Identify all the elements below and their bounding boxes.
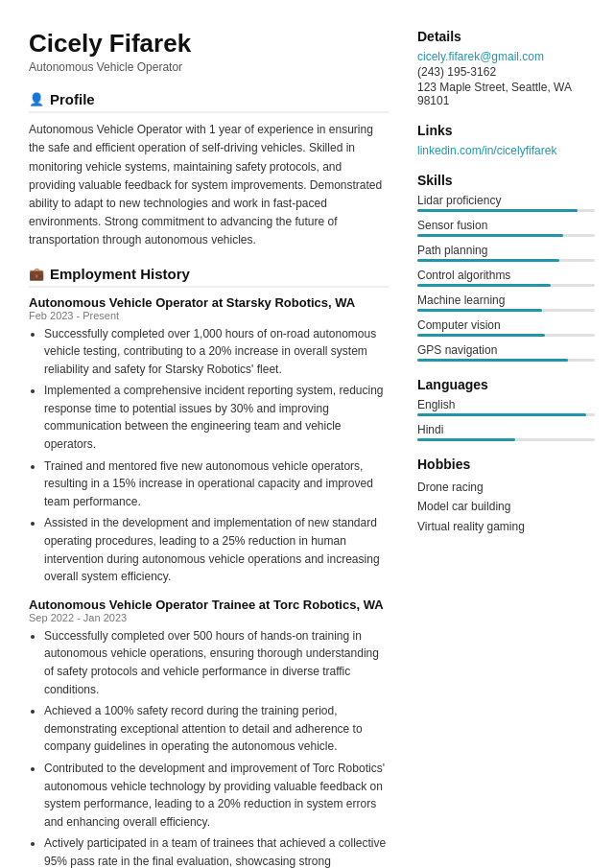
- language-item: Hindi: [417, 423, 595, 441]
- skill-item: GPS navigation: [417, 343, 595, 362]
- details-title: Details: [417, 29, 595, 44]
- skill-label: Sensor fusion: [417, 219, 595, 232]
- job-date: Sep 2022 - Jan 2023: [29, 612, 389, 623]
- skill-bar-fill: [417, 334, 545, 337]
- skill-item: Path planning: [417, 244, 595, 262]
- skill-item: Computer vision: [417, 318, 595, 337]
- language-bar-fill: [417, 438, 515, 441]
- skill-item: Lidar proficiency: [417, 194, 595, 212]
- job-bullet: Implemented a comprehensive incident rep…: [44, 382, 389, 453]
- job-title: Autonomous Vehicle Operator at Starsky R…: [29, 295, 389, 310]
- candidate-subtitle: Autonomous Vehicle Operator: [29, 60, 389, 74]
- language-bar-bg: [417, 438, 595, 441]
- email-link[interactable]: cicely.fifarek@gmail.com: [417, 50, 595, 63]
- languages-container: EnglishHindi: [417, 398, 595, 441]
- job-bullets: Successfully completed over 500 hours of…: [29, 627, 389, 868]
- skill-bar-fill: [417, 209, 578, 212]
- job-bullet: Successfully completed over 1,000 hours …: [44, 325, 389, 379]
- skill-bar-fill: [417, 284, 551, 287]
- skills-title: Skills: [417, 173, 595, 188]
- employment-section-title: 💼 Employment History: [29, 266, 389, 288]
- linkedin-link[interactable]: linkedin.com/in/cicelyfifarek: [417, 144, 595, 157]
- job-bullet: Actively participated in a team of train…: [44, 834, 389, 868]
- skill-bar-bg: [417, 234, 595, 237]
- language-label: Hindi: [417, 423, 595, 436]
- skill-item: Machine learning: [417, 293, 595, 312]
- skill-bar-bg: [417, 334, 595, 337]
- header: Cicely Fifarek Autonomous Vehicle Operat…: [29, 29, 389, 74]
- language-item: English: [417, 398, 595, 416]
- languages-title: Languages: [417, 377, 595, 392]
- page-container: Cicely Fifarek Autonomous Vehicle Operat…: [0, 0, 614, 868]
- skill-label: Computer vision: [417, 318, 595, 332]
- skill-bar-bg: [417, 309, 595, 312]
- skill-bar-bg: [417, 284, 595, 287]
- employment-icon: 💼: [29, 267, 44, 281]
- hobby-item: Model car building: [417, 497, 595, 516]
- language-label: English: [417, 398, 595, 411]
- left-column: Cicely Fifarek Autonomous Vehicle Operat…: [29, 29, 389, 868]
- job-bullets: Successfully completed over 1,000 hours …: [29, 325, 389, 586]
- skill-label: Lidar proficiency: [417, 194, 595, 207]
- details-section: Details cicely.fifarek@gmail.com (243) 1…: [417, 29, 595, 107]
- hobbies-section: Hobbies Drone racingModel car buildingVi…: [417, 457, 595, 536]
- language-bar-fill: [417, 413, 586, 416]
- job-bullet: Assisted in the development and implemen…: [44, 514, 389, 585]
- profile-section-title: 👤 Profile: [29, 91, 389, 113]
- candidate-name: Cicely Fifarek: [29, 29, 389, 59]
- hobbies-title: Hobbies: [417, 457, 595, 472]
- job-date: Feb 2023 - Present: [29, 310, 389, 321]
- languages-section: Languages EnglishHindi: [417, 377, 595, 441]
- job-bullet: Achieved a 100% safety record during the…: [44, 702, 389, 756]
- skill-bar-bg: [417, 259, 595, 262]
- phone-text: (243) 195-3162: [417, 65, 595, 79]
- skill-bar-fill: [417, 309, 542, 312]
- employment-section: 💼 Employment History Autonomous Vehicle …: [29, 266, 389, 869]
- right-column: Details cicely.fifarek@gmail.com (243) 1…: [417, 29, 595, 868]
- hobby-item: Virtual reality gaming: [417, 517, 595, 536]
- skill-item: Control algorithms: [417, 269, 595, 287]
- profile-section: 👤 Profile Autonomous Vehicle Operator wi…: [29, 91, 389, 249]
- skill-bar-fill: [417, 359, 568, 362]
- skills-container: Lidar proficiencySensor fusionPath plann…: [417, 194, 595, 362]
- hobbies-container: Drone racingModel car buildingVirtual re…: [417, 478, 595, 536]
- hobby-item: Drone racing: [417, 478, 595, 497]
- address-text: 123 Maple Street, Seattle, WA 98101: [417, 81, 595, 107]
- language-bar-bg: [417, 413, 595, 416]
- profile-text: Autonomous Vehicle Operator with 1 year …: [29, 121, 389, 249]
- job-bullet: Successfully completed over 500 hours of…: [44, 627, 389, 698]
- job-title: Autonomous Vehicle Operator Trainee at T…: [29, 598, 389, 612]
- job-bullet: Trained and mentored five new autonomous…: [44, 457, 389, 511]
- job-entry: Autonomous Vehicle Operator at Starsky R…: [29, 295, 389, 586]
- skill-bar-fill: [417, 234, 563, 237]
- skill-label: Machine learning: [417, 293, 595, 307]
- job-bullet: Contributed to the development and impro…: [44, 760, 389, 831]
- links-section: Links linkedin.com/in/cicelyfifarek: [417, 123, 595, 157]
- skill-item: Sensor fusion: [417, 219, 595, 237]
- jobs-container: Autonomous Vehicle Operator at Starsky R…: [29, 295, 389, 869]
- profile-icon: 👤: [29, 92, 44, 106]
- skill-label: GPS navigation: [417, 343, 595, 357]
- skill-label: Control algorithms: [417, 269, 595, 282]
- links-title: Links: [417, 123, 595, 138]
- skills-section: Skills Lidar proficiencySensor fusionPat…: [417, 173, 595, 362]
- job-entry: Autonomous Vehicle Operator Trainee at T…: [29, 598, 389, 868]
- skill-bar-bg: [417, 209, 595, 212]
- skill-label: Path planning: [417, 244, 595, 257]
- skill-bar-fill: [417, 259, 559, 262]
- skill-bar-bg: [417, 359, 595, 362]
